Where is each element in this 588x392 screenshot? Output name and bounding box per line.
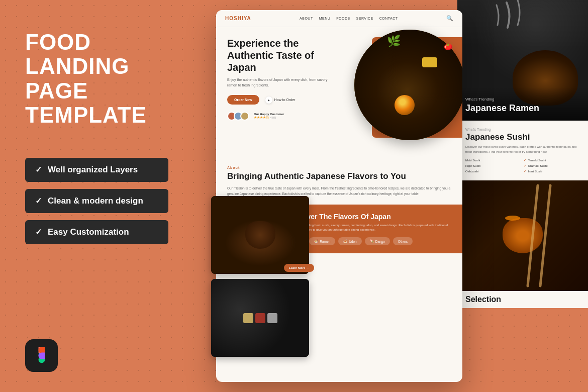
order-now-button[interactable]: Order Now [227, 95, 259, 105]
hero-buttons: Order Now ▶ How to Order [227, 95, 328, 105]
rating-value: 4.9/5 [270, 116, 276, 119]
filter-others[interactable]: Others [393, 237, 413, 245]
selection-title: Selection [465, 295, 580, 304]
nav-foods[interactable]: FOODS [336, 17, 350, 20]
sushi-items-list: Maki Sushi ✓ Temaki Sushi Nigiri Sushi ✓… [465, 158, 580, 173]
feature-label-layers: Well organized Layers [48, 165, 138, 175]
trending-ramen-title: Japanese Ramen [465, 103, 580, 114]
feature-label-design: Clean & modern design [48, 196, 143, 206]
left-panel: FOODLANDING PAGETEMPLATE ✓ Well organize… [0, 0, 216, 392]
sushi-item-inari: ✓ Inari Sushi [524, 169, 580, 173]
check-icon-design: ✓ [35, 196, 42, 206]
ramen-icon: 🍜 [314, 239, 318, 243]
filter-udon-label: Udon [349, 240, 357, 243]
sushi-item-uramaki-label: Uramaki Sushi [528, 164, 548, 167]
filter-dango-label: Dango [375, 240, 385, 243]
figma-logo [25, 339, 58, 372]
selection-label: Selection [457, 291, 588, 308]
how-to-order-button[interactable]: ▶ How to Order [265, 96, 296, 104]
udon-icon: 🍝 [343, 239, 347, 243]
sushi-item-temaki: ✓ Temaki Sushi [524, 158, 580, 162]
sushi-card: What's Trending Japanese Sushi Discover … [457, 121, 588, 180]
nav-links: ABOUT MENU FOODS SERVICE CONTACT [300, 17, 398, 20]
check-icon-layers: ✓ [35, 165, 42, 174]
check-icon-inari: ✓ [524, 169, 527, 173]
sushi-photo [211, 279, 309, 357]
feature-item-customization: ✓ Easy Customization [25, 220, 168, 244]
customer-row: Our Happy Customer ★★★★½ 4.9/5 [227, 112, 328, 121]
dango-icon: 🍡 [370, 239, 374, 243]
check-icon-customization: ✓ [35, 227, 42, 237]
chopsticks-svg [457, 180, 588, 291]
sushi-photo-visual [211, 279, 309, 357]
sushi-item-oshi: Oshizushi [465, 169, 522, 173]
nav-contact[interactable]: CONTACT [379, 17, 398, 20]
corn-sim [422, 57, 437, 67]
search-icon[interactable]: 🔍 [446, 15, 453, 22]
sushi-item-nigiri: Nigiri Sushi [465, 164, 522, 168]
sushi-item-nigiri-label: Nigiri Sushi [465, 164, 480, 167]
learn-more-button[interactable]: Learn More → [284, 264, 314, 272]
photo-stack: Learn More → [206, 196, 314, 377]
hero-text-block: Experience the Authentic Taste of Japan … [227, 37, 328, 121]
trending-ramen-card: What's Trending Japanese Ramen [457, 0, 588, 121]
sushi-item-maki: Maki Sushi [465, 158, 522, 162]
nav-about[interactable]: ABOUT [300, 17, 313, 20]
sushi-item-oshi-label: Oshizushi [465, 170, 478, 173]
sushi-item-temaki-label: Temaki Sushi [528, 159, 546, 162]
sushi-title: Japanese Sushi [465, 132, 580, 142]
sushi-item-inari-label: Inari Sushi [528, 170, 542, 173]
feature-item-design: ✓ Clean & modern design [25, 189, 168, 213]
soup-photo-visual [211, 196, 309, 274]
figma-icon [33, 347, 51, 365]
svg-line-1 [540, 185, 550, 286]
filter-ramen-label: Ramen [320, 240, 330, 243]
filter-dango[interactable]: 🍡 Dango [365, 237, 390, 245]
food-bowl-area: 🌿 🍅 [347, 32, 462, 153]
check-icon-temaki: ✓ [524, 158, 527, 162]
star-rating: ★★★★½ [254, 116, 269, 120]
tomato-decoration: 🍅 [444, 42, 452, 50]
how-to-order-label: How to Order [274, 98, 296, 102]
check-icon-uramaki: ✓ [524, 164, 527, 168]
about-label: About [227, 166, 451, 169]
filter-udon[interactable]: 🍝 Udon [338, 237, 362, 245]
egg-sim [395, 95, 415, 115]
play-icon: ▶ [265, 96, 272, 104]
sushi-description: Discover our most-loved sushi varieties,… [465, 145, 580, 154]
about-title: Bringing Authentic Japanese Flavors to Y… [227, 171, 451, 181]
trending-ramen-overlay: What's Trending Japanese Ramen [457, 87, 588, 121]
feature-list: ✓ Well organized Layers ✓ Clean & modern… [25, 158, 191, 244]
sushi-trending-label: What's Trending [465, 128, 580, 131]
nav-menu[interactable]: MENU [319, 17, 331, 20]
feature-label-customization: Easy Customization [48, 227, 129, 237]
about-text: Our mission is to deliver the true taste… [227, 185, 451, 197]
main-title: FOODLANDING PAGETEMPLATE [25, 30, 191, 128]
nav-service[interactable]: SERVICE [356, 17, 373, 20]
avatar-3 [240, 112, 249, 121]
svg-line-0 [528, 185, 538, 286]
steam-svg [457, 0, 588, 30]
feature-item-layers: ✓ Well organized Layers [25, 158, 168, 182]
sushi-item-uramaki: ✓ Uramaki Sushi [524, 164, 580, 168]
right-panel: What's Trending Japanese Ramen What's Tr… [457, 0, 588, 392]
nav-logo: HOSHIYA [225, 16, 251, 21]
hero-title: Experience the Authentic Taste of Japan [227, 37, 328, 73]
customer-info: Our Happy Customer ★★★★½ 4.9/5 [254, 113, 284, 120]
hero-section: Experience the Authentic Taste of Japan … [216, 27, 462, 143]
ramen-card-bottom [457, 180, 588, 291]
sushi-item-maki-label: Maki Sushi [465, 159, 480, 162]
nav-bar: HOSHIYA ABOUT MENU FOODS SERVICE CONTACT… [216, 10, 462, 27]
customer-avatars [227, 112, 247, 121]
soup-photo [211, 196, 309, 274]
hero-subtitle: Enjoy the authentic flavors of Japan wit… [227, 77, 328, 88]
trending-ramen-label: What's Trending [465, 97, 580, 102]
leaf-decoration: 🌿 [387, 35, 401, 48]
